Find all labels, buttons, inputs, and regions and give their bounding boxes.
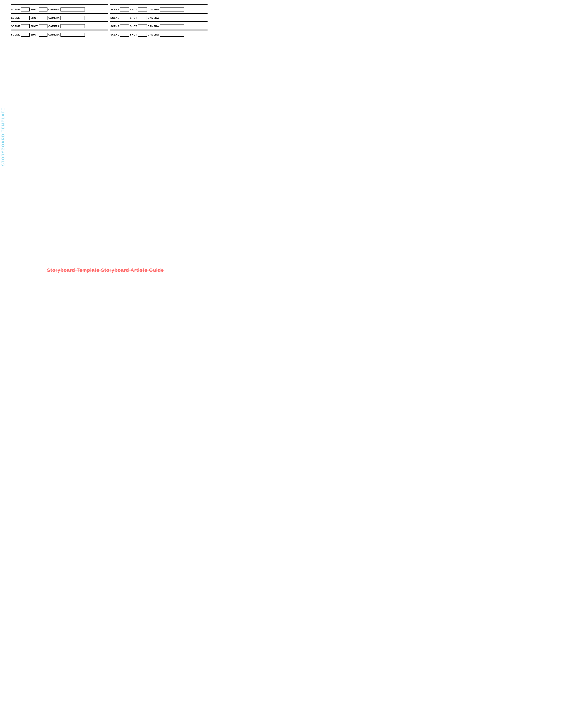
camera-label-7: CAMERA: [48, 25, 60, 28]
scene-box-9[interactable]: [21, 33, 30, 37]
scene-shot-camera-row-3: SCENE SHOT CAMERA: [11, 7, 108, 12]
scene-shot-camera-row-6: SCENE SHOT CAMERA: [110, 15, 207, 21]
frame-row-4: [11, 30, 207, 30]
camera-label-5: CAMERA: [48, 17, 60, 19]
scene-box-6[interactable]: [120, 16, 129, 20]
label-row-3: SCENE SHOT CAMERA SCENE SHOT CAMERA: [11, 15, 207, 21]
scene-shot-camera-row-7: SCENE SHOT CAMERA: [11, 23, 108, 29]
shot-label-6: SHOT: [130, 17, 137, 19]
scene-label-4: SCENE: [110, 8, 119, 11]
panels-content: SCENE SHOT CAMERA SCENE SHOT CAMERA: [11, 2, 207, 38]
side-watermark-text: STORYBOARD TEMPLATE: [1, 107, 6, 166]
label-panel-10: SCENE SHOT CAMERA: [110, 32, 207, 38]
label-panel-5: SCENE SHOT CAMERA: [11, 15, 108, 21]
scene-box-7[interactable]: [21, 24, 30, 28]
bottom-watermark: Storyboard Template Storyboard Artists G…: [0, 267, 211, 274]
camera-box-6[interactable]: [160, 16, 184, 20]
panel-3: [11, 13, 108, 14]
camera-label-10: CAMERA: [148, 33, 159, 36]
frame-3: [11, 13, 108, 14]
label-panel-9: SCENE SHOT CAMERA: [11, 32, 108, 38]
shot-label-10: SHOT: [130, 33, 137, 36]
bottom-watermark-text: Storyboard Template Storyboard Artists G…: [47, 267, 164, 273]
label-panel-3: SCENE SHOT CAMERA: [11, 7, 108, 12]
shot-label-9: SHOT: [30, 33, 38, 36]
scene-label-7: SCENE: [11, 25, 20, 28]
frame-4: [110, 13, 207, 14]
label-panel-4: SCENE SHOT CAMERA: [110, 7, 207, 12]
camera-box-3[interactable]: [60, 8, 85, 11]
scene-label-10: SCENE: [110, 33, 119, 36]
scene-label-8: SCENE: [110, 25, 119, 28]
scene-shot-camera-row-10: SCENE SHOT CAMERA: [110, 32, 207, 38]
frame-row-3: [11, 21, 207, 22]
shot-label-4: SHOT: [130, 8, 137, 11]
frame-1: [11, 4, 108, 5]
panel-6: [110, 21, 207, 22]
shot-label-8: SHOT: [130, 25, 137, 28]
frame-row-2: [11, 13, 207, 14]
camera-label-4: CAMERA: [148, 8, 159, 11]
camera-label-9: CAMERA: [48, 33, 60, 36]
shot-box-4[interactable]: [138, 8, 147, 11]
scene-label-3: SCENE: [11, 8, 20, 11]
camera-box-9[interactable]: [60, 33, 85, 37]
scene-shot-camera-row-9: SCENE SHOT CAMERA: [11, 32, 108, 38]
panel-7: [11, 30, 108, 30]
label-row-5: SCENE SHOT CAMERA SCENE SHOT CAMERA: [11, 32, 207, 38]
scene-box-10[interactable]: [120, 33, 129, 37]
scene-label-5: SCENE: [11, 17, 20, 19]
scene-shot-camera-row-4: SCENE SHOT CAMERA: [110, 7, 207, 12]
panel-8: [110, 30, 207, 30]
shot-box-3[interactable]: [39, 8, 47, 11]
shot-label-5: SHOT: [30, 17, 38, 19]
frame-8: [110, 30, 207, 30]
shot-box-6[interactable]: [138, 16, 147, 20]
scene-label-6: SCENE: [110, 17, 119, 19]
scene-shot-camera-row-8: SCENE SHOT CAMERA: [110, 23, 207, 29]
panel-4: [110, 13, 207, 14]
scene-box-3[interactable]: [21, 8, 30, 11]
shot-box-9[interactable]: [39, 33, 47, 37]
camera-label-8: CAMERA: [148, 25, 159, 28]
camera-box-5[interactable]: [60, 16, 85, 20]
shot-box-5[interactable]: [39, 16, 47, 20]
scene-label-9: SCENE: [11, 33, 20, 36]
camera-label-6: CAMERA: [148, 17, 159, 19]
scene-box-4[interactable]: [120, 8, 129, 11]
camera-box-7[interactable]: [60, 24, 85, 28]
panel-5: [11, 21, 108, 22]
label-panel-6: SCENE SHOT CAMERA: [110, 15, 207, 21]
side-watermark: STORYBOARD TEMPLATE: [0, 0, 6, 274]
shot-label-7: SHOT: [30, 25, 38, 28]
shot-box-8[interactable]: [138, 24, 147, 28]
label-row-2: SCENE SHOT CAMERA SCENE SHOT CAMERA: [11, 7, 207, 12]
camera-box-8[interactable]: [160, 24, 184, 28]
shot-label-3: SHOT: [30, 8, 38, 11]
frame-5: [11, 21, 108, 22]
storyboard-page: STORYBOARD TEMPLATE SCENE SHOT: [0, 0, 211, 274]
scene-box-8[interactable]: [120, 24, 129, 28]
camera-box-10[interactable]: [160, 33, 184, 37]
panel-2: [110, 4, 207, 5]
shot-box-10[interactable]: [138, 33, 147, 37]
panel-1: [11, 4, 108, 5]
scene-shot-camera-row-5: SCENE SHOT CAMERA: [11, 15, 108, 21]
label-panel-7: SCENE SHOT CAMERA: [11, 23, 108, 29]
label-row-4: SCENE SHOT CAMERA SCENE SHOT CAMERA: [11, 23, 207, 29]
label-panel-8: SCENE SHOT CAMERA: [110, 23, 207, 29]
scene-box-5[interactable]: [21, 16, 30, 20]
frame-7: [11, 30, 108, 30]
camera-label-3: CAMERA: [48, 8, 60, 11]
camera-box-4[interactable]: [160, 8, 184, 11]
frame-6: [110, 21, 207, 22]
shot-box-7[interactable]: [39, 24, 47, 28]
frame-2: [110, 4, 207, 5]
frame-row-1: [11, 4, 207, 5]
